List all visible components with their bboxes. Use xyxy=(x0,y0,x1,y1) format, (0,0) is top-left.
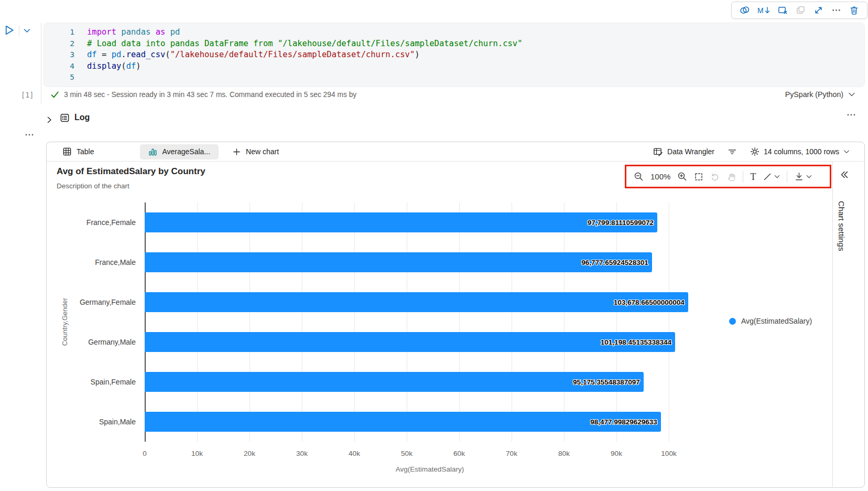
toolbar-separator xyxy=(743,171,743,183)
zoom-out-icon[interactable] xyxy=(634,172,644,182)
x-tick-label: 100k xyxy=(653,450,685,457)
x-axis-ticks: 010k20k30k40k50k60k70k80k90k100k xyxy=(145,450,674,459)
code-lines: 1import pandas as pd2# Load data into pa… xyxy=(44,27,860,83)
x-tick-label: 40k xyxy=(339,450,370,457)
bar: 96,777.65924528301 xyxy=(145,252,652,272)
bar-value-label: 95,175.35548387097 xyxy=(573,378,644,386)
tab-bar-right-actions: Data Wrangler 14 columns, 1000 rows xyxy=(653,147,850,157)
x-tick-label: 90k xyxy=(601,450,632,457)
y-axis-title: Country,Gender xyxy=(61,280,69,364)
undo-icon xyxy=(710,172,720,182)
line-number: 4 xyxy=(44,61,74,72)
data-wrangler-icon xyxy=(653,147,663,157)
code-text: display(df) xyxy=(87,61,141,72)
collapse-settings-icon[interactable] xyxy=(839,169,850,180)
code-line: 5 xyxy=(44,72,860,83)
kernel-selector[interactable]: PySpark (Python) xyxy=(785,90,855,99)
category-label: France,Male xyxy=(57,242,136,282)
line-number: 2 xyxy=(44,38,74,50)
bar-value-label: 97,799.81110599072 xyxy=(588,219,657,227)
plot-area: 97,799.8111059907296,777.65924528301103,… xyxy=(145,202,669,442)
download-icon xyxy=(794,172,804,182)
log-label[interactable]: Log xyxy=(74,113,90,122)
code-token xyxy=(165,27,170,37)
x-tick-label: 60k xyxy=(443,450,475,457)
bar-value-label: 101,198.45135338344 xyxy=(601,338,675,346)
tab-table[interactable]: Table xyxy=(62,147,94,156)
more-options-icon[interactable] xyxy=(831,5,841,15)
success-check-icon xyxy=(50,91,59,99)
zoom-level: 100% xyxy=(650,172,670,181)
bar-row: 101,198.45135338344 xyxy=(145,322,669,362)
bar-row: 103,678.66500000004 xyxy=(145,282,669,322)
x-axis-title: Avg(EstimatedSalary) xyxy=(273,465,587,473)
x-tick-label: 50k xyxy=(391,450,422,457)
output-more-options-icon[interactable] xyxy=(24,130,35,140)
x-tick-label: 30k xyxy=(286,450,318,457)
code-token: = xyxy=(97,50,112,59)
bar-row: 95,175.35548387097 xyxy=(145,362,669,402)
line-tool[interactable] xyxy=(763,172,780,182)
line-number: 1 xyxy=(44,27,74,38)
marquee-select-icon[interactable] xyxy=(694,172,703,182)
clear-output-icon[interactable] xyxy=(778,5,788,15)
table-icon xyxy=(62,147,72,156)
notebook-screen: M 1import pandas as pd2# Load data into … xyxy=(0,0,868,491)
code-token: . xyxy=(121,50,126,59)
bar: 101,198.45135338344 xyxy=(145,332,675,352)
chart-legend: Avg(EstimatedSalary) xyxy=(729,317,812,325)
code-text: import pandas as pd xyxy=(87,27,180,38)
tab-table-label: Table xyxy=(77,147,94,156)
kernel-chevron-icon xyxy=(848,92,855,97)
expand-cell-icon[interactable] xyxy=(813,5,823,15)
code-token: ( xyxy=(165,50,170,59)
x-tick-label: 70k xyxy=(496,450,527,457)
code-token: df xyxy=(126,61,136,71)
line-number: 5 xyxy=(44,72,74,83)
code-token: display xyxy=(87,61,121,71)
code-token: df xyxy=(87,50,97,59)
bar: 98,477.99829629633 xyxy=(145,412,661,432)
line-number: 3 xyxy=(44,49,74,61)
columns-info-label: 14 columns, 1000 rows xyxy=(764,147,839,156)
code-token: ( xyxy=(121,61,126,71)
category-label: Germany,Female xyxy=(57,282,136,322)
columns-chevron-icon xyxy=(843,150,850,154)
log-expand-chevron-icon[interactable] xyxy=(46,116,52,124)
code-token: read_csv xyxy=(126,50,166,59)
filter-icon[interactable] xyxy=(727,147,737,156)
code-token: import xyxy=(87,27,116,37)
tab-chart-averagesalary[interactable]: AverageSala... xyxy=(140,144,219,159)
bar-row: 97,799.81110599072 xyxy=(145,202,669,242)
convert-to-markdown-icon[interactable]: M xyxy=(757,7,770,14)
log-more-options-icon[interactable] xyxy=(846,110,856,120)
run-options-chevron-icon[interactable] xyxy=(23,27,31,34)
run-cell-button[interactable] xyxy=(4,24,16,36)
code-editor[interactable]: 1import pandas as pd2# Load data into pa… xyxy=(44,23,865,87)
code-line: 4display(df) xyxy=(44,61,860,72)
x-tick-label: 80k xyxy=(548,450,580,457)
columns-rows-selector[interactable]: 14 columns, 1000 rows xyxy=(750,147,850,156)
markdown-m-label: M xyxy=(757,7,764,14)
copilot-icon[interactable] xyxy=(740,5,750,15)
category-label: Spain,Male xyxy=(57,402,136,442)
bar-row: 96,777.65924528301 xyxy=(145,242,669,282)
delete-cell-icon[interactable] xyxy=(849,5,859,15)
zoom-in-icon[interactable] xyxy=(677,172,687,182)
code-token: pd xyxy=(112,50,122,59)
legend-dot xyxy=(729,318,736,325)
code-line: 3df = pd.read_csv("/lakehouse/default/Fi… xyxy=(44,49,860,61)
output-card: Table AverageSala... New chart Data Wran… xyxy=(46,142,865,488)
new-chart-label: New chart xyxy=(246,147,279,156)
code-token xyxy=(116,27,121,37)
text-tool-icon[interactable]: T xyxy=(750,172,756,182)
download-chart[interactable] xyxy=(794,172,812,182)
code-line: 1import pandas as pd xyxy=(44,27,860,38)
new-chart-button[interactable]: New chart xyxy=(232,147,279,156)
kernel-label: PySpark (Python) xyxy=(785,90,843,99)
data-wrangler-button[interactable]: Data Wrangler xyxy=(653,147,714,157)
code-token: as xyxy=(156,27,166,37)
code-token: "/lakehouse/default/Files/sampleDataset/… xyxy=(170,50,415,59)
download-chevron-icon xyxy=(806,175,812,179)
tab-chart-label: AverageSala... xyxy=(162,147,210,156)
